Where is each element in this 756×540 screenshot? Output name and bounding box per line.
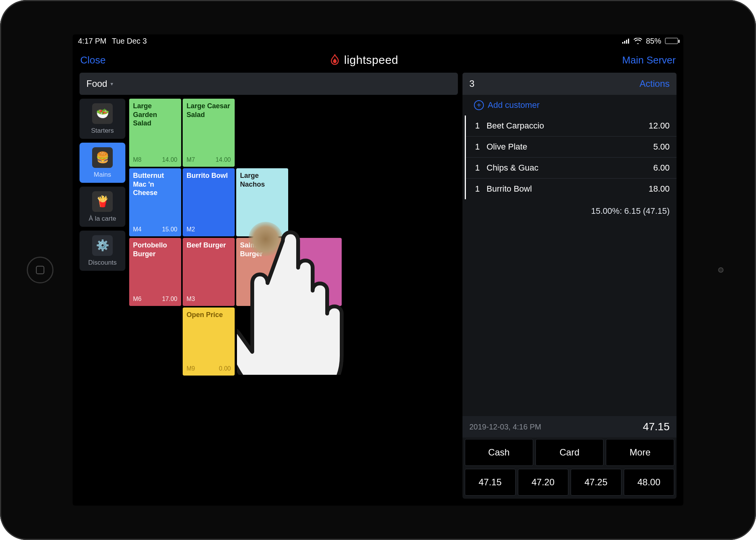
home-button[interactable] [27,257,54,283]
add-customer-label: Add customer [488,100,540,110]
order-line[interactable]: 1 Burrito Bowl 18.00 [466,178,677,199]
category-image: 🥗 [92,103,113,124]
app-header: Close lightspeed Main Server [73,47,683,73]
line-price: 6.00 [653,163,670,173]
category-tile-starters[interactable]: 🥗 Starters [79,99,125,139]
product-code: M8 [133,156,141,164]
tax-summary: 15.00%: 6.15 (47.15) [462,199,677,219]
order-timestamp: 2019-12-03, 4:16 PM [469,423,541,431]
product-tile[interactable]: Portobello Burger M617.00 [129,238,181,306]
product-tile[interactable]: Burrito Bowl M2 [183,168,235,236]
product-price: 17.00 [162,295,177,303]
category-tile-discounts[interactable]: ⚙️ Discounts [79,231,125,271]
quick-amount-button[interactable]: 47.25 [571,469,621,496]
product-code: M3 [187,295,195,303]
battery-icon [665,38,678,44]
status-time: 4:17 PM [78,37,106,46]
cellular-icon [622,38,630,44]
product-code: M6 [133,295,141,303]
line-qty: 1 [475,121,487,131]
close-button[interactable]: Close [80,54,105,66]
pay-method-cash[interactable]: Cash [465,439,533,466]
product-tile[interactable]: Large Garden Salad M814.00 [129,99,181,167]
brand-text: lightspeed [344,54,398,67]
battery-percent: 85% [646,37,661,46]
line-name: Burrito Bowl [487,184,649,194]
pay-method-more[interactable]: More [606,439,674,466]
server-button[interactable]: Main Server [622,54,676,66]
product-name: Salmon Burger [240,241,284,258]
actions-button[interactable]: Actions [639,78,670,89]
flame-icon [329,54,340,66]
product-tile[interactable]: Butternut Mac 'n Cheese M415.00 [129,168,181,236]
product-name: Beef Burger [187,241,231,250]
svg-rect-3 [628,39,629,44]
category-tile-mains[interactable]: 🍔 Mains [79,143,125,183]
svg-rect-1 [624,41,625,44]
category-image: 🍔 [92,147,113,168]
product-name: Open Price [187,311,231,319]
product-tile[interactable]: Beef Burger M3 [183,238,235,306]
order-header: 3 Actions [462,73,677,95]
product-name: Portobello Burger [133,241,177,258]
product-tile[interactable]: Large Nachos [236,168,288,236]
brand-logo: lightspeed [329,54,398,67]
order-line[interactable]: 1 Olive Plate 5.00 [466,136,677,157]
product-tile[interactable]: Open Price M90.00 [183,307,235,376]
product-name: Burrito Bowl [187,171,231,180]
ipad-frame: 4:17 PM Tue Dec 3 85% Close [0,0,756,540]
product-price: 14.00 [216,156,231,164]
category-dropdown-label: Food [86,78,107,89]
line-qty: 1 [475,184,487,194]
product-name: Large Caesar Salad [187,102,231,119]
product-name: Butternut Mac 'n Cheese [133,171,177,197]
product-price: 15.00 [162,226,177,233]
order-total: 47.15 [643,421,670,433]
svg-rect-2 [626,40,627,44]
line-qty: 1 [475,163,487,173]
category-image: 🍟 [92,191,113,212]
product-tile[interactable] [290,238,342,306]
plus-circle-icon: + [474,100,484,110]
quick-amount-button[interactable]: 47.15 [465,469,516,496]
product-code: M2 [187,226,195,233]
add-customer-button[interactable]: + Add customer [462,95,677,115]
svg-rect-0 [622,42,623,44]
category-label: Starters [91,127,114,135]
product-price: 0.00 [219,365,231,372]
category-dropdown[interactable]: Food ▾ [79,73,458,95]
line-price: 5.00 [653,142,670,152]
order-line[interactable]: 1 Beet Carpaccio 12.00 [466,115,677,136]
product-tile[interactable]: Salmon Burger [236,238,288,306]
front-camera [718,267,724,273]
category-tile--la-carte[interactable]: 🍟 À la carte [79,187,125,227]
product-tile[interactable]: Large Caesar Salad M714.00 [183,99,235,167]
category-image: ⚙️ [92,235,113,256]
product-price: 14.00 [162,156,177,164]
order-meta: 2019-12-03, 4:16 PM 47.15 [462,416,677,438]
line-name: Olive Plate [487,142,653,152]
line-name: Chips & Guac [487,163,653,173]
wifi-icon [634,38,642,44]
category-label: Discounts [88,259,117,267]
status-date: Tue Dec 3 [112,37,147,46]
line-price: 12.00 [649,121,670,131]
product-name: Large Garden Salad [133,102,177,128]
line-price: 18.00 [649,184,670,194]
quick-amount-button[interactable]: 47.20 [518,469,569,496]
line-name: Beet Carpaccio [487,121,649,131]
product-code: M4 [133,226,141,233]
line-qty: 1 [475,142,487,152]
category-label: À la carte [89,215,116,223]
product-code: M7 [187,156,195,164]
chevron-down-icon: ▾ [110,81,113,87]
screen: 4:17 PM Tue Dec 3 85% Close [73,34,683,506]
product-code: M9 [187,365,195,372]
table-number: 3 [469,78,474,89]
pay-method-card[interactable]: Card [535,439,604,466]
order-line[interactable]: 1 Chips & Guac 6.00 [466,157,677,178]
status-bar: 4:17 PM Tue Dec 3 85% [73,34,683,47]
product-name: Large Nachos [240,171,284,189]
category-label: Mains [94,171,111,179]
quick-amount-button[interactable]: 48.00 [624,469,675,496]
